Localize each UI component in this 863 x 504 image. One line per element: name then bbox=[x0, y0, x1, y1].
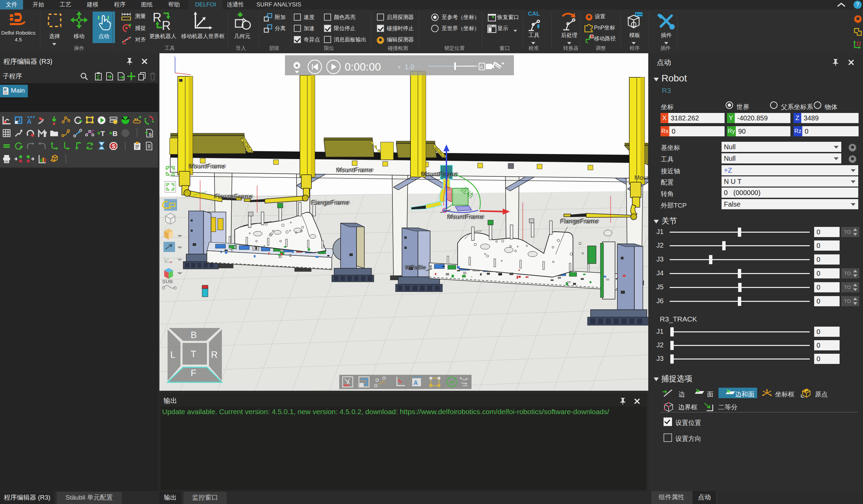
svg-text:MountFrame: MountFrame bbox=[448, 213, 485, 220]
svg-text:M: M bbox=[4, 88, 7, 91]
svg-text:F: F bbox=[191, 368, 197, 378]
svg-text:R: R bbox=[211, 350, 218, 360]
svg-text:B: B bbox=[191, 330, 197, 340]
svg-text:T: T bbox=[191, 349, 197, 359]
svg-text:WPaBle_1: WPaBle_1 bbox=[406, 264, 433, 270]
svg-text:1.0: 1.0 bbox=[405, 63, 414, 71]
svg-text:FlangeFrame: FlangeFrame bbox=[215, 192, 253, 199]
svg-text:A: A bbox=[414, 379, 418, 386]
svg-text:x: x bbox=[398, 64, 401, 70]
svg-text:MountFrame: MountFrame bbox=[422, 170, 459, 177]
svg-text:SUB: SUB bbox=[162, 278, 173, 284]
svg-text:FlangeFrame: FlangeFrame bbox=[561, 217, 599, 224]
svg-text:MountFra: MountFra bbox=[634, 174, 648, 181]
svg-text:MountFrame: MountFrame bbox=[190, 162, 226, 169]
svg-text:S: S bbox=[149, 132, 152, 137]
svg-text:L: L bbox=[170, 350, 175, 360]
svg-text:R: R bbox=[162, 18, 171, 30]
svg-text:A: A bbox=[27, 118, 32, 125]
svg-text:0:00:00: 0:00:00 bbox=[345, 61, 381, 73]
svg-text:S: S bbox=[112, 143, 115, 149]
svg-text:MountFrame: MountFrame bbox=[337, 166, 374, 173]
svg-text:A: A bbox=[480, 65, 483, 70]
svg-text:FlangeFrame: FlangeFrame bbox=[312, 198, 350, 205]
svg-text:T: T bbox=[100, 129, 105, 137]
svg-text:B: B bbox=[112, 129, 117, 137]
